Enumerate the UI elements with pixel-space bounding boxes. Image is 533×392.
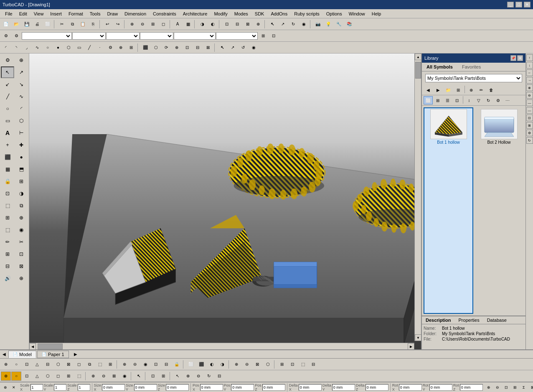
delta-z-input[interactable] — [365, 384, 388, 391]
edge-btn-10[interactable]: ⊞ — [526, 122, 533, 129]
tab-scroll-right[interactable]: ▶ — [71, 352, 80, 356]
bt1-13[interactable]: ⊖ — [130, 360, 140, 369]
br-btn-5[interactable]: Σ — [520, 384, 528, 391]
bt1-27[interactable]: ⊡ — [287, 360, 297, 369]
zoom-in-button[interactable]: ⊕ — [127, 20, 137, 29]
status-icon-2[interactable]: ✕ — [10, 384, 18, 391]
scale-y-input[interactable] — [54, 384, 66, 391]
lib-filter-btn[interactable]: ▽ — [474, 96, 483, 104]
close-button[interactable]: ✕ — [524, 2, 530, 8]
bt2-13[interactable]: ⊡ — [148, 372, 158, 381]
tool-snap[interactable]: ⊕ — [15, 54, 28, 66]
scrollbar-vertical[interactable]: ▲ ▼ — [414, 53, 421, 341]
tool-array[interactable]: ⊞ — [1, 248, 14, 260]
tool-mirror[interactable]: ⊡ — [15, 248, 28, 260]
t3-extrude[interactable]: ⬡ — [151, 43, 161, 52]
inspector-button[interactable]: 🔧 — [334, 20, 344, 29]
tool-snap2[interactable]: ⊕ — [15, 212, 28, 224]
bt1-7[interactable]: ⊠ — [63, 360, 74, 369]
bt1-20[interactable]: ◐ — [207, 360, 217, 369]
edge-btn-12[interactable]: ↻ — [526, 137, 533, 144]
t3-rect[interactable]: ▭ — [74, 43, 84, 52]
size-y-input[interactable] — [134, 384, 157, 391]
tab-favorites[interactable]: Favorites — [457, 63, 485, 71]
t3-spline[interactable]: ∿ — [32, 43, 42, 52]
scroll-down-button[interactable]: ▼ — [415, 334, 421, 341]
delta-y-input[interactable] — [332, 384, 355, 391]
zoom-out-button[interactable]: ⊖ — [137, 20, 147, 29]
bt1-3[interactable]: ⊡ — [22, 360, 32, 369]
select-tool[interactable]: ↖ — [267, 20, 277, 29]
tool-edit[interactable]: ✏ — [1, 236, 14, 248]
bt2-18[interactable]: ↻ — [204, 372, 214, 381]
tool-select4[interactable]: ↘ — [15, 79, 28, 90]
scroll-right-button[interactable]: ▶ — [408, 343, 414, 349]
restore-button[interactable]: □ — [515, 2, 522, 8]
symbol-bot2[interactable]: Bot 2 Hollow — [474, 107, 524, 314]
menu-dimension[interactable]: Dimension — [121, 10, 150, 17]
pos-x-input[interactable] — [200, 384, 223, 391]
bt2-2[interactable]: ○ — [11, 372, 21, 381]
tb2-settings[interactable]: ⚙ — [11, 31, 21, 41]
tool-circle[interactable]: ○ — [1, 103, 14, 115]
bt2-17[interactable]: ⊖ — [193, 372, 203, 381]
tab-all-symbols[interactable]: All Symbols — [422, 63, 457, 71]
bt2-9[interactable]: ⊕ — [88, 372, 98, 381]
lib-small-icon-btn[interactable]: ⊞ — [433, 96, 442, 104]
scroll-thumb-h[interactable] — [38, 344, 63, 349]
bt1-5[interactable]: ⊟ — [43, 360, 53, 369]
bt1-25[interactable]: ⬡ — [263, 360, 273, 369]
tab-paper1[interactable]: 📄 Paper 1 — [37, 351, 69, 358]
t3-point[interactable]: · — [95, 43, 105, 52]
menu-window[interactable]: Window — [345, 10, 368, 17]
br-btn-6[interactable]: ⊠ — [528, 384, 533, 391]
t3-view3d[interactable]: ◉ — [249, 43, 259, 52]
view3d-tool[interactable]: ◉ — [299, 20, 309, 29]
text-button[interactable]: A — [173, 20, 183, 29]
linetype-select[interactable] — [106, 32, 140, 40]
t3-ellipse[interactable]: ○ — [43, 43, 53, 52]
tb2-prop[interactable]: ⊞ — [258, 31, 268, 41]
lib-sort-btn[interactable]: ↕ — [464, 96, 474, 104]
light-button[interactable]: 💡 — [323, 20, 333, 29]
bt2-select[interactable]: ↖ — [134, 372, 144, 381]
snap2-button[interactable]: ⊟ — [232, 20, 242, 29]
symbol-bot1[interactable]: Bot 1 hollow — [424, 107, 473, 314]
bt1-6[interactable]: ⬡ — [53, 360, 63, 369]
menu-modify[interactable]: Modify — [211, 10, 231, 17]
bt1-9[interactable]: ⧉ — [84, 360, 94, 369]
tab-model[interactable]: 📄 Model — [8, 351, 36, 358]
lib-list-btn[interactable]: ☰ — [443, 96, 452, 104]
tool-3d-nav[interactable]: ◉ — [15, 224, 28, 236]
bt1-2[interactable]: ○ — [11, 360, 21, 369]
t3-gear[interactable]: ⚙ — [105, 43, 115, 52]
t3-measure[interactable]: ⊕ — [116, 43, 126, 52]
tool-arc[interactable]: ◜ — [15, 103, 28, 115]
bt2-4[interactable]: △ — [32, 372, 42, 381]
t3-rotate3d[interactable]: ↺ — [238, 43, 248, 52]
t3-boolean[interactable]: ⊕ — [172, 43, 182, 52]
bt1-18[interactable]: ⬜ — [186, 360, 196, 369]
bt1-16[interactable]: ⊟ — [161, 360, 171, 369]
style-select[interactable] — [174, 32, 216, 40]
bt2-7[interactable]: ⊞ — [63, 372, 74, 381]
tool-hatch[interactable]: ▦ — [1, 163, 14, 175]
tool-fill[interactable]: ⬒ — [15, 163, 28, 175]
bt1-22[interactable]: ⊕ — [231, 360, 241, 369]
status-icon-1[interactable]: ⊕ — [2, 384, 9, 391]
lib-delete-button[interactable]: 🗑 — [487, 86, 496, 94]
zoom-all-button[interactable]: ⊞ — [148, 20, 158, 29]
color-select[interactable] — [72, 32, 106, 40]
bt1-14[interactable]: ◉ — [140, 360, 150, 369]
cut-button[interactable]: ✂ — [57, 20, 67, 29]
br-btn-1[interactable]: ⊕ — [485, 384, 493, 391]
tool-render2[interactable]: ◑ — [15, 188, 28, 199]
lib-refresh-btn[interactable]: ↻ — [484, 96, 493, 104]
bt2-1[interactable]: ⊕ — [1, 372, 11, 381]
t3-surface[interactable]: ⊡ — [182, 43, 192, 52]
menu-edit[interactable]: Edit — [16, 10, 30, 17]
bt1-4[interactable]: △ — [32, 360, 42, 369]
tool-grid[interactable]: ⊞ — [1, 212, 14, 224]
rot-z-input[interactable] — [460, 384, 483, 391]
new-button[interactable]: 📄 — [1, 20, 11, 29]
